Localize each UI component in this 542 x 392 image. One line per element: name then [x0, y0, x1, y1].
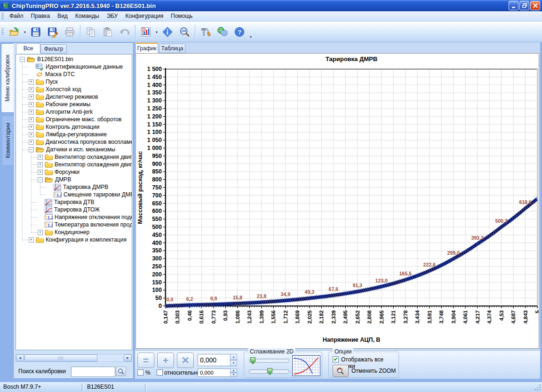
tab-chart[interactable]: График — [136, 43, 158, 53]
value-spin-down[interactable]: ▼ — [230, 360, 237, 366]
tree-expander-plus[interactable]: + — [29, 79, 34, 85]
tree-expander-minus[interactable]: − — [38, 177, 43, 182]
tree-item[interactable]: +Кондиционер — [16, 228, 132, 236]
tree-item[interactable]: +Вентилятор охлаждения двига — [16, 153, 132, 161]
tree-item[interactable]: +Холостой ход — [16, 86, 132, 93]
smoothing-slider-1[interactable] — [249, 359, 289, 363]
tree-item[interactable]: Тарировка ДМРВ — [16, 183, 132, 191]
resize-grip[interactable] — [535, 384, 541, 391]
tree-item[interactable]: 1.2Смещение тарировки ДМРВ — [16, 191, 132, 198]
tree-tab-filter[interactable]: Фильтр — [40, 44, 67, 54]
tree-expander-plus[interactable]: + — [29, 140, 34, 145]
tree-expander-plus[interactable]: + — [38, 170, 43, 175]
relative-checkbox[interactable] — [157, 369, 163, 376]
menu-item-6[interactable]: Помощь — [167, 11, 196, 21]
tree-item[interactable]: 1.2Температура включения проду — [16, 221, 132, 228]
tab-table[interactable]: Таблица — [159, 44, 185, 53]
tree-expander-plus[interactable]: + — [38, 230, 43, 235]
tree-item[interactable]: +Диспетчер режимов — [16, 93, 132, 101]
smoothing-preview-button[interactable] — [292, 355, 320, 376]
tree-item[interactable]: +Лямбда-регулирование — [16, 131, 132, 138]
menu-item-5[interactable]: Конфигурация — [121, 11, 167, 21]
tree-item[interactable]: +Форсунки — [16, 168, 132, 176]
tree-item[interactable]: 1.2Напряжение отключения подо — [16, 213, 132, 221]
smoothing-slider-2-thumb[interactable] — [267, 368, 272, 375]
percent-checkbox[interactable] — [137, 369, 143, 376]
scrollbar-thumb[interactable] — [24, 354, 97, 361]
tree-item[interactable]: Тарировка ДТОЖ — [16, 206, 132, 213]
relative-input[interactable] — [198, 368, 231, 377]
menu-item-0[interactable]: Файл — [6, 11, 27, 21]
tree-item[interactable]: Идентификационные данные — [16, 63, 132, 71]
tree-expander-plus[interactable]: + — [29, 102, 34, 107]
toolbar-overflow-button[interactable]: ▾ — [248, 24, 254, 40]
show-chart-dropdown-arrow[interactable]: ▼ — [154, 24, 159, 40]
copy-button[interactable] — [83, 24, 99, 40]
tree-expander-plus[interactable]: + — [29, 94, 34, 100]
side-tab-calibration-menu[interactable]: Меню калибровок — [1, 43, 14, 113]
smoothing-slider-2[interactable] — [249, 369, 289, 374]
tree-item[interactable]: Тарировка ДТВ — [16, 198, 132, 206]
tree-item[interactable]: +Пуск — [16, 78, 132, 86]
tree-expander-plus[interactable]: + — [38, 155, 43, 160]
tree-expander-plus[interactable]: + — [29, 117, 34, 122]
equals-button[interactable]: = — [137, 353, 154, 368]
multiply-button[interactable]: ✕ — [177, 353, 194, 368]
info-button[interactable] — [159, 24, 175, 40]
tree-horizontal-scrollbar[interactable]: ◄ ► — [16, 354, 132, 362]
cancel-zoom-button[interactable] — [333, 365, 349, 377]
tree-expander-plus[interactable]: + — [29, 125, 34, 130]
tree-item[interactable]: −B126ES01.bin — [16, 55, 132, 63]
menu-item-4[interactable]: ЭБУ — [103, 11, 122, 21]
scroll-left-button[interactable]: ◄ — [16, 354, 24, 361]
zoom-preview-button[interactable]: 110 — [176, 24, 192, 40]
tree-item[interactable]: +Конфигурация и комплектация — [16, 236, 132, 243]
tree-expander-minus[interactable]: − — [20, 57, 25, 62]
tree-expander-plus[interactable]: + — [29, 110, 34, 115]
tree-expander-plus[interactable]: + — [29, 237, 34, 243]
tree-expander-plus[interactable]: + — [38, 162, 43, 167]
menu-item-2[interactable]: Вид — [54, 11, 72, 21]
tree-item[interactable]: +Контроль детонации — [16, 123, 132, 131]
tree-expander-plus[interactable]: + — [29, 132, 34, 137]
tree-item[interactable]: +Вентилятор охлаждения двига — [16, 161, 132, 168]
tree-tab-all[interactable]: Все — [16, 43, 40, 54]
tree-item[interactable]: −Датчики и исп. механизмы — [16, 146, 132, 153]
show-chart-button[interactable] — [138, 24, 154, 40]
search-input[interactable] — [71, 367, 115, 377]
search-button[interactable] — [116, 367, 126, 376]
show-all-points-checkbox[interactable]: ✔ — [333, 356, 339, 362]
restore-button[interactable] — [519, 1, 529, 10]
close-button[interactable] — [530, 1, 540, 10]
open-button[interactable] — [6, 24, 22, 40]
tools-button[interactable] — [198, 24, 214, 40]
tree-item[interactable]: +Ограничение макс. оборотов — [16, 116, 132, 123]
undo-button[interactable] — [117, 24, 133, 40]
smoothing-slider-1-thumb[interactable] — [250, 357, 255, 364]
open-dropdown-arrow[interactable]: ▼ — [23, 24, 27, 40]
minimize-button[interactable] — [509, 1, 518, 10]
internet-button[interactable] — [215, 24, 231, 40]
tree-expander-minus[interactable]: − — [29, 147, 34, 152]
tree-item[interactable]: Маска DTC — [16, 71, 132, 78]
tree-item[interactable]: −ДМРВ — [16, 176, 132, 183]
print-button[interactable] — [62, 24, 78, 40]
relative-spin-down[interactable]: ▼ — [230, 373, 237, 377]
value-input[interactable] — [198, 354, 231, 366]
tree-item[interactable]: +Алгоритм Anti-jerk — [16, 108, 132, 116]
calibration-chart[interactable]: 0501001502002503003504004505005506006507… — [136, 54, 539, 348]
menu-item-1[interactable]: Правка — [27, 11, 54, 21]
relative-spin-up[interactable]: ▲ — [230, 368, 237, 373]
tree-item[interactable]: +Рабочие режимы — [16, 101, 132, 108]
tree-expander-plus[interactable]: + — [29, 87, 34, 92]
value-spin-up[interactable]: ▲ — [230, 354, 237, 360]
save-as-button[interactable] — [45, 24, 61, 40]
menu-item-3[interactable]: Команды — [72, 11, 103, 21]
side-tab-comments[interactable]: Комментарии — [2, 116, 13, 165]
paste-button[interactable] — [100, 24, 116, 40]
plus-button[interactable]: + — [157, 353, 174, 368]
save-button[interactable] — [28, 24, 44, 40]
tree-item[interactable]: +Диагностика пропусков воспламен — [16, 138, 132, 146]
help-button[interactable]: ? — [231, 24, 247, 40]
scroll-right-button[interactable]: ► — [124, 354, 132, 361]
